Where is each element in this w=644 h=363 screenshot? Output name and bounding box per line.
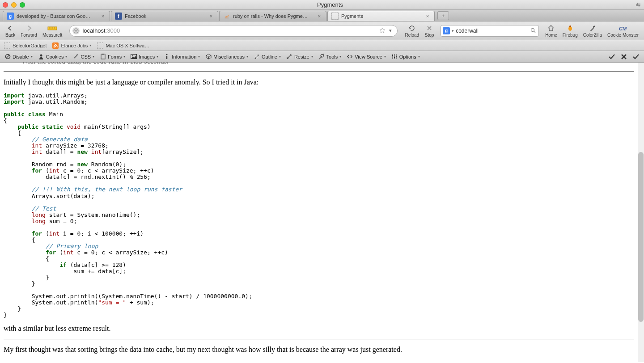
search-engine-icon[interactable]: g — [443, 27, 450, 34]
navigation-toolbar: Back Forward MeasureIt localhost:3000 ▾ … — [0, 21, 644, 40]
url-dropdown-icon[interactable]: ▾ — [389, 28, 394, 34]
window-title: Pygments — [25, 1, 635, 8]
dev-information[interactable]: Information▾ — [162, 54, 202, 60]
after-code-paragraph: with a similar but less extreme result. — [4, 325, 634, 333]
zoom-window-button[interactable] — [20, 2, 25, 8]
dev-close[interactable] — [619, 54, 629, 60]
close-tab-icon[interactable]: × — [208, 13, 214, 19]
forward-arrow-icon — [24, 24, 34, 32]
maximize-icon[interactable] — [635, 2, 641, 8]
forward-button[interactable]: Forward — [19, 24, 39, 38]
svg-rect-24 — [101, 54, 105, 59]
svg-rect-36 — [396, 56, 397, 57]
svg-line-30 — [287, 55, 291, 59]
dev-css[interactable]: CSS▾ — [71, 54, 96, 60]
google-favicon-icon: g — [7, 13, 14, 20]
colorzilla-button[interactable]: ColorZilla — [581, 24, 604, 38]
tab-pygments[interactable]: Pygments × — [327, 11, 435, 21]
svg-point-15 — [569, 25, 571, 27]
search-engine-dropdown-icon[interactable]: ▾ — [452, 29, 454, 33]
info-icon — [164, 54, 170, 60]
svg-text:CM: CM — [619, 26, 627, 31]
blank-favicon-icon — [331, 13, 339, 20]
tab-label: developed by - Buscar con Goo… — [17, 13, 97, 19]
dev-images[interactable]: Images▾ — [129, 54, 160, 60]
tab-strip: g developed by - Buscar con Goo… × f Fac… — [0, 10, 644, 21]
final-paragraph: My first thought was that sorting brings… — [4, 346, 634, 354]
bookmark-macosx-software[interactable]: Mac OS X Softwa… — [97, 42, 149, 49]
close-tab-icon[interactable]: × — [316, 13, 322, 19]
firebug-button[interactable]: Firebug — [561, 24, 580, 38]
image-icon — [131, 54, 137, 60]
svg-point-19 — [54, 46, 55, 47]
cookie-monster-icon: CM — [618, 24, 628, 32]
dev-check-1[interactable] — [606, 54, 617, 60]
back-arrow-icon — [5, 24, 15, 32]
url-bar[interactable]: localhost:3000 ▾ — [69, 25, 398, 37]
dev-view-source[interactable]: View Source▾ — [345, 54, 388, 60]
scrollbar-thumb[interactable] — [638, 152, 644, 322]
svg-rect-25 — [102, 54, 104, 55]
pencil-icon — [254, 54, 260, 60]
code-icon — [347, 54, 353, 60]
dev-options[interactable]: Options▾ — [390, 54, 422, 60]
minimize-window-button[interactable] — [11, 2, 17, 8]
web-developer-toolbar: Disable▾ Cookies▾ CSS▾ Forms▾ Images▾ In… — [0, 51, 644, 63]
intro-paragraph: Initially I thought this might be just a… — [4, 78, 634, 86]
dropdown-icon: ▾ — [93, 55, 94, 59]
search-input[interactable]: coderwall — [456, 28, 529, 34]
search-bar[interactable]: g ▾ coderwall — [441, 25, 539, 37]
svg-rect-16 — [593, 25, 595, 28]
dev-forms[interactable]: Forms▾ — [98, 54, 127, 60]
bookmarks-toolbar: SelectorGadget Elance Jobs ▾ Mac OS X So… — [0, 40, 644, 51]
dev-tools[interactable]: Tools▾ — [317, 54, 343, 60]
back-button[interactable]: Back — [4, 24, 17, 38]
tab-label: ruby on rails - Why does Pygme… — [233, 13, 314, 19]
stop-icon — [424, 24, 434, 32]
bookmark-elance-jobs[interactable]: Elance Jobs ▾ — [52, 42, 91, 49]
code-block: import java.util.Arrays; import java.uti… — [4, 93, 634, 318]
svg-rect-34 — [392, 55, 393, 56]
reload-icon — [407, 24, 417, 32]
home-icon — [546, 24, 556, 32]
ruler-icon — [47, 24, 57, 32]
dev-disable[interactable]: Disable▾ — [3, 54, 34, 60]
cookie-monster-button[interactable]: CM Cookie Monster — [606, 24, 640, 38]
stop-button[interactable]: Stop — [423, 24, 436, 38]
bookmark-star-icon[interactable] — [379, 27, 386, 34]
home-button[interactable]: Home — [543, 24, 559, 38]
resize-icon — [286, 54, 292, 60]
dev-resize[interactable]: Resize▾ — [284, 54, 315, 60]
dev-cookies[interactable]: Cookies▾ — [36, 54, 69, 60]
measureit-button[interactable]: MeasureIt — [41, 24, 64, 38]
dropdown-icon: ▾ — [31, 55, 33, 59]
person-icon — [38, 54, 44, 60]
eyedropper-icon — [588, 24, 597, 32]
firebug-icon — [565, 24, 575, 32]
tab-google-search[interactable]: g developed by - Buscar con Goo… × — [3, 11, 110, 21]
sliders-icon — [391, 54, 398, 60]
divider — [4, 72, 634, 72]
blank-page-icon — [97, 42, 104, 49]
stackoverflow-favicon-icon — [223, 13, 230, 20]
dev-outline[interactable]: Outline▾ — [252, 54, 283, 60]
dev-check-2[interactable] — [631, 54, 641, 60]
vertical-scrollbar[interactable] — [638, 63, 644, 362]
dropdown-icon: ▾ — [384, 55, 386, 59]
page-content[interactable]: With the sorted data, the code runs in 1… — [0, 63, 644, 362]
traffic-lights — [3, 2, 25, 8]
search-magnifier-icon[interactable] — [530, 28, 537, 34]
close-tab-icon[interactable]: × — [100, 13, 106, 19]
site-identity-icon[interactable] — [72, 27, 80, 34]
dev-miscellaneous[interactable]: Miscellaneous▾ — [203, 54, 250, 60]
tab-stackoverflow[interactable]: ruby on rails - Why does Pygme… × — [219, 11, 326, 21]
tab-facebook[interactable]: f Facebook × — [111, 11, 218, 21]
svg-rect-29 — [166, 56, 167, 59]
close-tab-icon[interactable]: × — [424, 13, 431, 19]
svg-line-23 — [74, 55, 77, 58]
reload-button[interactable]: Reload — [403, 24, 421, 38]
new-tab-button[interactable]: + — [437, 11, 449, 20]
close-window-button[interactable] — [3, 2, 8, 8]
url-text[interactable]: localhost:3000 — [82, 27, 377, 34]
bookmark-selectorgadget[interactable]: SelectorGadget — [4, 42, 47, 49]
